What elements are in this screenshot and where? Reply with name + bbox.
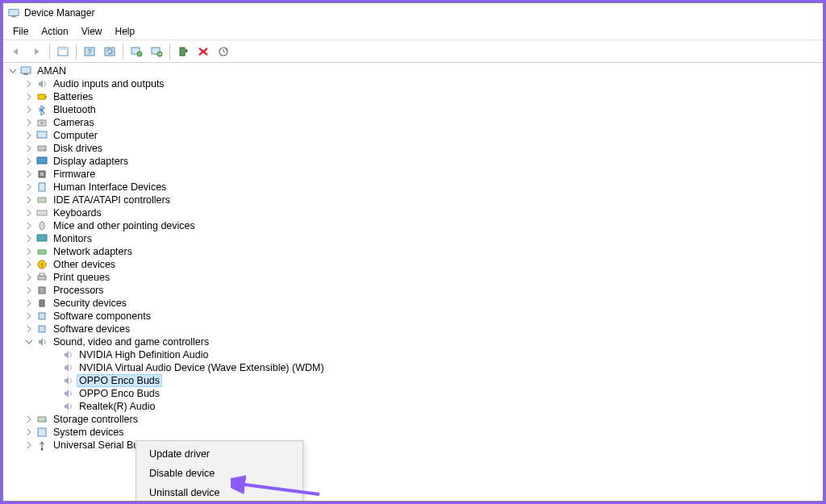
tree-node[interactable]: Sound, video and game controllers <box>3 335 823 348</box>
expand-icon[interactable] <box>24 285 34 295</box>
audio-dev-icon <box>61 348 74 361</box>
network-icon <box>35 245 48 258</box>
expand-icon[interactable] <box>24 324 34 334</box>
menu-view[interactable]: View <box>75 24 109 39</box>
tree-node[interactable]: Cameras <box>3 116 823 129</box>
tree-node[interactable]: Firmware <box>3 168 823 181</box>
svg-point-10 <box>157 52 162 56</box>
show-hidden-icon[interactable] <box>53 43 73 60</box>
tree-node[interactable]: Display adapters <box>3 155 823 168</box>
expand-icon[interactable] <box>24 195 34 205</box>
expand-icon[interactable] <box>24 144 34 153</box>
context-menu: Update driverDisable deviceUninstall dev… <box>136 440 303 501</box>
expand-icon[interactable] <box>24 105 34 115</box>
expander-placeholder <box>50 363 60 373</box>
audio-dev-icon <box>61 400 74 413</box>
back-icon[interactable] <box>6 43 26 60</box>
tree-node[interactable]: Computer <box>3 129 823 142</box>
tree-node[interactable]: Disk drives <box>3 142 823 155</box>
tree-node-label: Display adapters <box>52 156 130 167</box>
tree-node[interactable]: System devices <box>3 426 823 439</box>
properties-icon[interactable] <box>214 43 233 60</box>
svg-rect-27 <box>37 210 47 215</box>
tree-node[interactable]: Monitors <box>3 232 823 245</box>
tree-node-label: Security devices <box>52 298 128 309</box>
expand-icon[interactable] <box>24 440 34 450</box>
menu-action[interactable]: Action <box>35 24 74 39</box>
expand-icon[interactable] <box>24 273 34 282</box>
tree-node[interactable]: Processors <box>3 284 823 297</box>
help-icon[interactable]: ? <box>80 43 99 60</box>
menu-help[interactable]: Help <box>109 24 142 39</box>
expand-icon[interactable] <box>24 131 34 140</box>
tree-node[interactable]: Batteries <box>3 90 823 103</box>
expand-icon[interactable] <box>24 311 34 321</box>
tree-node[interactable]: OPPO Enco Buds <box>3 387 823 400</box>
security-icon <box>35 297 48 310</box>
expand-icon[interactable] <box>24 92 34 102</box>
tree-node-label: Print queues <box>52 272 111 283</box>
expand-icon[interactable] <box>24 156 34 166</box>
svg-rect-38 <box>39 313 45 319</box>
refresh-icon[interactable] <box>100 43 119 60</box>
context-menu-item[interactable]: Uninstall device <box>136 483 302 501</box>
tree-node[interactable]: !Other devices <box>3 258 823 271</box>
tree-node[interactable]: NVIDIA High Definition Audio <box>3 348 823 361</box>
tree-node[interactable]: OPPO Enco Buds <box>3 374 823 387</box>
tree-node[interactable]: Software components <box>3 310 823 323</box>
tree-node[interactable]: Realtek(R) Audio <box>3 400 823 413</box>
expand-icon[interactable] <box>24 427 34 437</box>
context-menu-item[interactable]: Disable device <box>136 464 302 483</box>
svg-rect-0 <box>9 10 19 16</box>
tree-node[interactable]: Bluetooth <box>3 103 823 116</box>
tree-node[interactable]: Print queues <box>3 271 823 284</box>
expand-icon[interactable] <box>24 260 34 269</box>
ide-icon <box>35 194 48 206</box>
tree-node[interactable]: Universal Serial Bus <box>3 439 823 452</box>
tree-node-label: Software components <box>52 310 152 322</box>
tree-node[interactable]: Software devices <box>3 323 823 335</box>
svg-rect-13 <box>21 67 31 73</box>
tree-node[interactable]: Keyboards <box>3 206 823 219</box>
expand-icon[interactable] <box>24 79 34 89</box>
tree-node[interactable]: IDE ATA/ATAPI controllers <box>3 194 823 206</box>
app-icon <box>8 7 19 19</box>
expand-icon[interactable] <box>24 298 34 308</box>
svg-point-21 <box>44 149 45 151</box>
bluetooth-icon <box>35 103 48 116</box>
tree-node-label: Computer <box>52 130 99 141</box>
scan-hardware-icon[interactable] <box>147 43 166 60</box>
window-title: Device Manager <box>24 7 94 19</box>
processor-icon <box>35 284 48 297</box>
device-tree[interactable]: AMANAudio inputs and outputsBatteriesBlu… <box>3 63 823 501</box>
forward-icon[interactable] <box>27 43 46 60</box>
enable-icon[interactable] <box>173 43 193 60</box>
device-manager-window: Device Manager File Action View Help ? A… <box>2 2 824 502</box>
expand-icon[interactable] <box>24 247 34 256</box>
expand-icon[interactable] <box>24 221 34 231</box>
tree-node[interactable]: NVIDIA Virtual Audio Device (Wave Extens… <box>3 361 823 374</box>
update-driver-icon[interactable] <box>127 43 146 60</box>
tree-node[interactable]: AMAN <box>3 65 823 77</box>
tree-node[interactable]: Mice and other pointing devices <box>3 219 823 232</box>
display-icon <box>35 155 48 168</box>
tree-node[interactable]: Audio inputs and outputs <box>3 77 823 90</box>
expand-icon[interactable] <box>24 234 34 244</box>
expand-icon[interactable] <box>24 118 34 127</box>
audio-dev-icon <box>61 387 74 400</box>
menu-file[interactable]: File <box>6 24 35 39</box>
expand-icon[interactable] <box>24 414 34 424</box>
context-menu-item[interactable]: Update driver <box>136 444 302 464</box>
tree-node[interactable]: Network adapters <box>3 245 823 258</box>
svg-rect-30 <box>37 235 47 241</box>
svg-rect-31 <box>38 250 46 254</box>
svg-point-8 <box>137 52 142 56</box>
collapse-icon[interactable] <box>24 337 34 347</box>
expand-icon[interactable] <box>24 208 34 218</box>
expand-icon[interactable] <box>24 182 34 192</box>
tree-node[interactable]: Security devices <box>3 297 823 310</box>
tree-node[interactable]: Storage controllers <box>3 413 823 426</box>
tree-node[interactable]: Human Interface Devices <box>3 181 823 194</box>
expand-icon[interactable] <box>24 169 34 179</box>
uninstall-icon[interactable] <box>194 43 213 60</box>
